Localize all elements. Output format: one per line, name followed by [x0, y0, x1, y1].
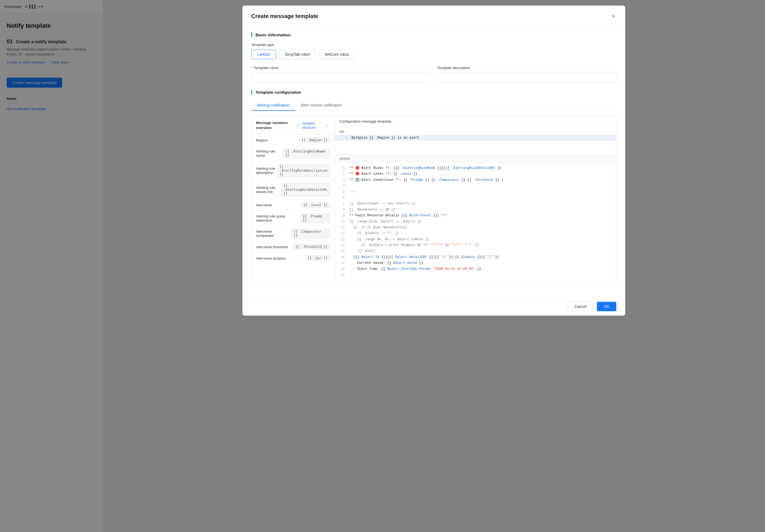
- template-description-input[interactable]: [437, 72, 616, 82]
- type-btn-dingtalk[interactable]: DingTalk robot: [279, 50, 316, 59]
- code-line-15: 15 {{- end}}: [335, 248, 616, 254]
- ok-button[interactable]: OK: [597, 302, 616, 311]
- var-row-alerting-rule-name: Alerting rule name {{ .AlertingRuleName …: [252, 146, 335, 161]
- basic-info-section: Basic information Template type Larkbot …: [251, 32, 616, 82]
- code-line-2: 2 ** 🔴 Alert Level **: {{ .Level }}: [335, 171, 616, 177]
- code-line-17: 17 Current value: {{ $alert.Value }}: [335, 260, 616, 266]
- template-name-label: * Template name: [251, 66, 430, 70]
- content-section: content 1 ** 🔴 Alert Rules **: [{{ .Aler…: [335, 155, 616, 280]
- var-row-promql: Alerting rule query statement {{ .PromQL…: [252, 211, 335, 226]
- title-line-content: Byteplus {{ .Region }} is on alert: [352, 136, 419, 140]
- code-line-6: 6: [335, 195, 616, 201]
- variables-panel-title: Message variables overview: [256, 120, 296, 130]
- modal-footer: Cancel OK: [243, 297, 625, 316]
- title-section: title 1 Byteplus {{ .Region }} is on ale…: [335, 127, 616, 155]
- variables-collapse-button[interactable]: ‹: [326, 122, 330, 129]
- code-line-3: 3 ** 🔢 Alert Conditions **: {{ .PromQL }…: [335, 177, 616, 183]
- tab-alerting-notification[interactable]: Alerting notification: [251, 100, 295, 111]
- code-line-19: 19: [335, 272, 616, 278]
- type-btn-wecom[interactable]: WeCom robot: [319, 50, 355, 59]
- code-line-1: 1 ** 🔴 Alert Rules **: [{{ .AlertingRule…: [335, 165, 616, 171]
- variables-header: Message variables overview 📄 Variable st…: [252, 117, 335, 135]
- code-line-8: 8 {{- $maxAlerts := 10 }}: [335, 207, 616, 213]
- code-line-18: 18 Start Time: {{ $alert.StartsAt.Format…: [335, 266, 616, 272]
- code-line-16: 16 [{{ $alert.Id }}]({{ $alert.DetailURL…: [335, 255, 616, 260]
- code-editor-header: Configuration message template: [335, 117, 616, 127]
- template-type-buttons: Larkbot DingTalk robot WeCom robot: [251, 50, 616, 59]
- cancel-button[interactable]: Cancel: [567, 302, 594, 311]
- template-name-group: * Template name: [251, 66, 430, 82]
- variables-panel: Message variables overview 📄 Variable st…: [252, 117, 335, 282]
- var-row-alerting-rule-desc: Alerting rule description {{ .AlertingRu…: [252, 161, 335, 180]
- var-row-alerting-rule-detail: Alerting rule details link {{ .AlertingR…: [252, 180, 335, 200]
- code-line-14: 14 {{- $labels = print $labels $k "=" "\…: [335, 243, 616, 248]
- title-label: title: [335, 129, 616, 135]
- template-type-label: Template type: [251, 43, 616, 47]
- template-config-title: Template configuration: [251, 90, 616, 95]
- variable-structure-link[interactable]: 📄 Variable structure: [296, 121, 323, 130]
- title-spacer: [335, 143, 616, 154]
- code-line-9: 9 ** Fault Resource Details ({{ $alertCo…: [335, 213, 616, 219]
- modal-close-button[interactable]: ×: [611, 12, 616, 20]
- doc-icon: 📄: [296, 124, 301, 128]
- modal-body: Basic information Template type Larkbot …: [243, 26, 625, 297]
- template-description-label: Template description: [437, 66, 616, 70]
- modal-title: Create message template: [251, 13, 318, 19]
- template-name-input[interactable]: [251, 72, 430, 82]
- template-config-section: Template configuration Alerting notifica…: [251, 90, 616, 282]
- code-line-5: 5 ---: [335, 189, 616, 195]
- code-lines: 1 ** 🔴 Alert Rules **: [{{ .AlertingRule…: [335, 163, 616, 280]
- var-row-comparator: Alert level comparator {{ .Comparator }}: [252, 226, 335, 241]
- modal-header: Create message template ×: [243, 6, 625, 26]
- code-line-10: 10 {{- range $idx, $alert := .Alerts }}: [335, 219, 616, 225]
- var-row-region: Region {{ .Region }}: [252, 135, 335, 146]
- code-editor[interactable]: Configuration message template title 1 B…: [335, 117, 616, 282]
- var-row-threshold: Alert level threshold {{ .Threshold }}: [252, 241, 335, 253]
- template-description-group: Template description: [437, 66, 616, 82]
- modal-overlay: Create message template × Basic informat…: [0, 0, 765, 532]
- modal-dialog: Create message template × Basic informat…: [243, 6, 625, 316]
- var-row-alert-level: Alert level {{ .Level }}: [252, 200, 335, 211]
- basic-info-title: Basic information: [251, 32, 616, 37]
- content-label: content: [335, 155, 616, 163]
- required-star: *: [251, 66, 253, 70]
- code-line-11: 11 {{- if lt $idx $maxAlerts}}: [335, 225, 616, 231]
- tab-alert-resolve[interactable]: Alert resolve notification: [295, 100, 348, 111]
- form-row-names: * Template name Template description: [251, 66, 616, 82]
- code-line-13: 13 {{- range $k, $v := $alert.Labels }}: [335, 237, 616, 243]
- config-tabs: Alerting notification Alert resolve noti…: [251, 100, 616, 111]
- editor-area: Message variables overview 📄 Variable st…: [251, 116, 616, 282]
- var-row-duration: Alert level duration {{ .For }}: [252, 253, 335, 264]
- title-line-number: 1: [339, 136, 347, 140]
- type-btn-larkbot[interactable]: Larkbot: [251, 50, 276, 59]
- title-code-line: 1 Byteplus {{ .Region }} is on alert: [335, 135, 616, 141]
- code-line-4: 4: [335, 183, 616, 189]
- code-line-7: 7 {{- $alertCount := len .Alerts }}: [335, 201, 616, 207]
- code-line-12: 12 {{- $labels := "" -}}: [335, 231, 616, 236]
